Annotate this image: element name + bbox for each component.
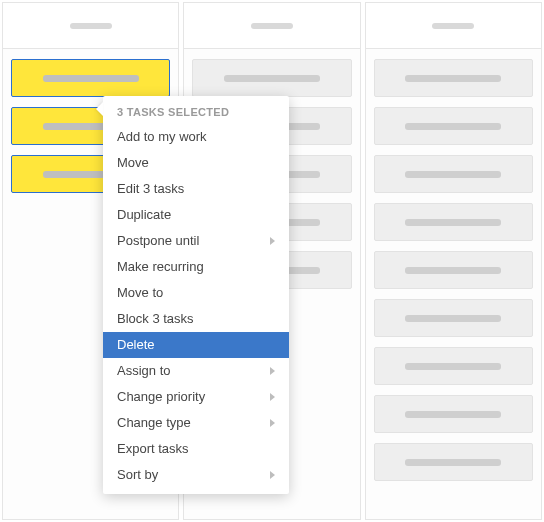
- task-title-placeholder: [405, 75, 501, 82]
- menu-item-label: Add to my work: [117, 129, 207, 145]
- task-title-placeholder: [224, 75, 320, 82]
- column-header[interactable]: [366, 3, 541, 49]
- chevron-right-icon: [270, 471, 275, 479]
- column-header[interactable]: [184, 3, 359, 49]
- task-title-placeholder: [405, 411, 501, 418]
- menu-item-label: Sort by: [117, 467, 158, 483]
- task-card-selected[interactable]: [11, 59, 170, 97]
- context-menu[interactable]: 3 TASKS SELECTED Add to my workMoveEdit …: [103, 96, 289, 494]
- task-card[interactable]: [374, 107, 533, 145]
- menu-item-duplicate[interactable]: Duplicate: [103, 202, 289, 228]
- menu-item-label: Move to: [117, 285, 163, 301]
- task-card[interactable]: [374, 299, 533, 337]
- menu-item-label: Edit 3 tasks: [117, 181, 184, 197]
- chevron-right-icon: [270, 393, 275, 401]
- task-card[interactable]: [374, 395, 533, 433]
- menu-item-add-to-my-work[interactable]: Add to my work: [103, 124, 289, 150]
- task-title-placeholder: [43, 75, 139, 82]
- task-title-placeholder: [405, 459, 501, 466]
- menu-item-assign-to[interactable]: Assign to: [103, 358, 289, 384]
- menu-item-change-priority[interactable]: Change priority: [103, 384, 289, 410]
- menu-item-delete[interactable]: Delete: [103, 332, 289, 358]
- task-card[interactable]: [374, 203, 533, 241]
- column-title-placeholder: [70, 23, 112, 29]
- task-title-placeholder: [405, 123, 501, 130]
- column-body: [366, 49, 541, 519]
- task-card[interactable]: [374, 443, 533, 481]
- task-title-placeholder: [405, 363, 501, 370]
- menu-item-label: Change type: [117, 415, 191, 431]
- task-card[interactable]: [192, 59, 351, 97]
- menu-item-block-3-tasks[interactable]: Block 3 tasks: [103, 306, 289, 332]
- column-title-placeholder: [251, 23, 293, 29]
- task-card[interactable]: [374, 251, 533, 289]
- chevron-right-icon: [270, 237, 275, 245]
- task-title-placeholder: [405, 315, 501, 322]
- task-title-placeholder: [405, 267, 501, 274]
- chevron-right-icon: [270, 419, 275, 427]
- menu-item-label: Postpone until: [117, 233, 199, 249]
- task-title-placeholder: [405, 171, 501, 178]
- menu-item-label: Duplicate: [117, 207, 171, 223]
- context-menu-header: 3 TASKS SELECTED: [103, 96, 289, 124]
- menu-item-move-to[interactable]: Move to: [103, 280, 289, 306]
- task-title-placeholder: [405, 219, 501, 226]
- menu-item-make-recurring[interactable]: Make recurring: [103, 254, 289, 280]
- menu-item-postpone-until[interactable]: Postpone until: [103, 228, 289, 254]
- task-card[interactable]: [374, 155, 533, 193]
- task-card[interactable]: [374, 347, 533, 385]
- menu-item-label: Export tasks: [117, 441, 189, 457]
- menu-item-export-tasks[interactable]: Export tasks: [103, 436, 289, 462]
- menu-item-move[interactable]: Move: [103, 150, 289, 176]
- task-card[interactable]: [374, 59, 533, 97]
- menu-item-sort-by[interactable]: Sort by: [103, 462, 289, 488]
- menu-item-change-type[interactable]: Change type: [103, 410, 289, 436]
- menu-item-label: Block 3 tasks: [117, 311, 194, 327]
- menu-item-label: Make recurring: [117, 259, 204, 275]
- menu-item-label: Move: [117, 155, 149, 171]
- menu-item-label: Delete: [117, 337, 155, 353]
- menu-item-edit-3-tasks[interactable]: Edit 3 tasks: [103, 176, 289, 202]
- column-header[interactable]: [3, 3, 178, 49]
- chevron-right-icon: [270, 367, 275, 375]
- kanban-column: [365, 2, 542, 520]
- menu-item-label: Assign to: [117, 363, 170, 379]
- column-title-placeholder: [432, 23, 474, 29]
- menu-item-label: Change priority: [117, 389, 205, 405]
